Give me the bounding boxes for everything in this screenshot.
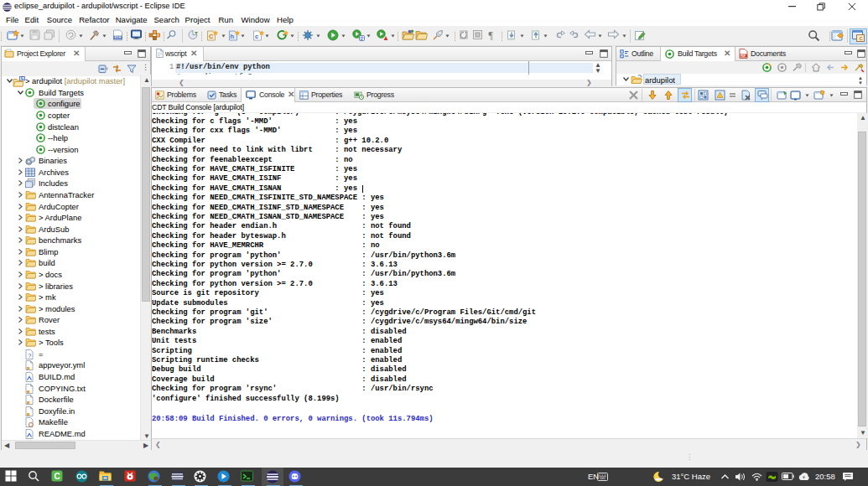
svg-text:?: ? [28, 351, 32, 359]
svg-text:010: 010 [114, 35, 122, 39]
svg-text:C: C [209, 33, 214, 40]
svg-text:C: C [859, 36, 863, 41]
svg-text:C: C [54, 472, 60, 481]
svg-text:PDF: PDF [741, 54, 746, 58]
svg-text:h: h [230, 33, 234, 40]
svg-text:¶: ¶ [489, 30, 494, 40]
svg-text:c: c [255, 33, 258, 40]
svg-text:C: C [21, 77, 24, 81]
